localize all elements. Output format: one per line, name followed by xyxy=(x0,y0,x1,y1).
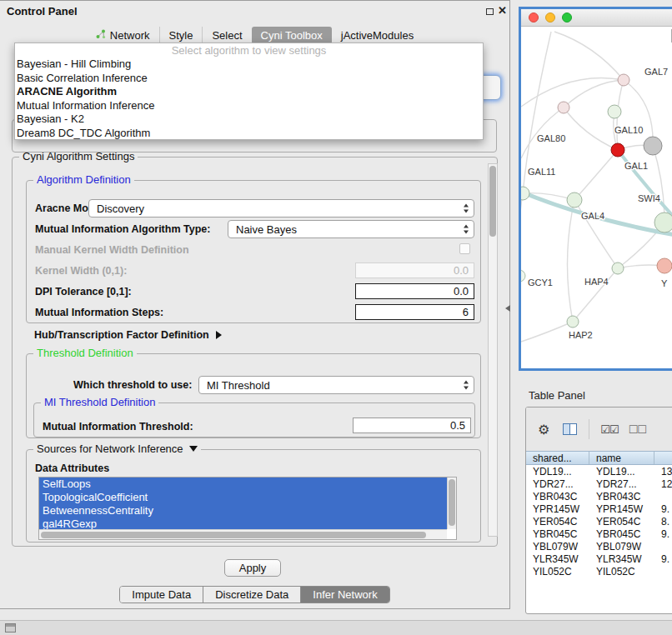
table-cell: YIL052C xyxy=(526,565,589,578)
network-edge[interactable] xyxy=(653,146,664,222)
which-threshold-combo[interactable]: MI Threshold xyxy=(198,376,474,394)
minimize-window-icon[interactable] xyxy=(545,12,555,22)
network-node-label: GAL1 xyxy=(624,161,648,171)
tab-style[interactable]: Style xyxy=(159,27,203,44)
show-columns-icon[interactable] xyxy=(563,423,577,435)
network-node[interactable] xyxy=(644,137,662,155)
attribute-item-topologicalcoefficient[interactable]: TopologicalCoefficient xyxy=(39,491,447,504)
tab-cyni-toolbox[interactable]: Cyni Toolbox xyxy=(252,27,332,44)
list-horizontal-scrollbar[interactable] xyxy=(39,529,447,539)
network-node[interactable] xyxy=(567,316,579,328)
network-window-titlebar[interactable] xyxy=(521,9,672,27)
list-vertical-scrollbar[interactable] xyxy=(447,478,456,529)
table-cell: YDR27... xyxy=(589,478,654,490)
mi-steps-field[interactable]: 6 xyxy=(355,304,474,320)
tab-label: Cyni Toolbox xyxy=(261,29,323,42)
network-node-label: Y xyxy=(661,278,668,288)
apply-button[interactable]: Apply xyxy=(224,559,281,577)
mi-threshold-field[interactable]: 0.5 xyxy=(353,418,471,433)
mi-type-combo[interactable]: Naive Bayes xyxy=(228,220,474,238)
algorithm-option-bayesian-k2[interactable]: Bayesian - K2 xyxy=(15,112,483,127)
dropdown-prompt: Select algorithm to view settings xyxy=(15,43,483,58)
algorithm-option-bayesian-hill-climbing[interactable]: Bayesian - Hill Climbing xyxy=(15,58,483,72)
tab-select[interactable]: Select xyxy=(202,27,251,44)
table-cell: YPR145W xyxy=(589,502,654,515)
close-window-icon[interactable] xyxy=(529,12,539,22)
toolbar-divider xyxy=(589,419,589,439)
column-header-1[interactable]: shared... xyxy=(526,452,589,464)
table-row[interactable]: YIL052CYIL052C xyxy=(526,565,672,578)
splitter-collapse-arrow[interactable] xyxy=(505,305,510,312)
network-node[interactable] xyxy=(521,270,525,282)
tab-jactivemodules[interactable]: jActiveModules xyxy=(332,27,423,44)
scroll-thumb[interactable] xyxy=(449,479,455,526)
tab-label: Network xyxy=(110,29,150,42)
scroll-thumb[interactable] xyxy=(489,166,496,237)
network-edge[interactable] xyxy=(624,80,653,146)
aracne-mode-value: Discovery xyxy=(97,202,144,215)
network-node[interactable] xyxy=(612,262,624,274)
gear-icon[interactable]: ⚙ xyxy=(538,422,549,438)
data-attributes-list: SelfLoopsTopologicalCoefficientBetweenne… xyxy=(39,478,447,529)
control-panel: Control Panel ✕ NetworkStyleSelectCyni T… xyxy=(0,0,510,609)
bottom-tab-infer-network[interactable]: Infer Network xyxy=(300,587,389,602)
algorithm-option-mutual-information-inference[interactable]: Mutual Information Inference xyxy=(15,99,483,113)
sources-group-title[interactable]: Sources for Network Inference xyxy=(33,442,201,455)
network-node[interactable] xyxy=(657,258,672,273)
scroll-thumb[interactable] xyxy=(41,532,426,538)
mi-type-label: Mutual Information Algorithm Type: xyxy=(35,223,210,235)
network-edge[interactable] xyxy=(567,200,574,322)
kernel-width-field[interactable]: 0.0 xyxy=(355,262,474,278)
manual-kernel-checkbox[interactable] xyxy=(459,243,470,254)
network-edge[interactable] xyxy=(521,322,573,342)
algorithm-option-dream8-dc-tdc-algorithm[interactable]: Dream8 DC_TDC Algorithm xyxy=(15,127,483,141)
node-table: ⚙ ☑☑ ☐☐ shared...name YDL19...YDL19...13… xyxy=(525,407,672,614)
minimized-panel-icon[interactable] xyxy=(5,623,16,632)
algorithm-option-basic-correlation-inference[interactable]: Basic Correlation Inference xyxy=(15,72,483,86)
bottom-tab-discretize-data[interactable]: Discretize Data xyxy=(203,587,300,602)
table-cell xyxy=(654,490,672,502)
bottom-tab-bar: Impute DataDiscretize DataInfer Network xyxy=(0,586,509,603)
zoom-window-icon[interactable] xyxy=(562,12,572,22)
aracne-mode-combo[interactable]: Discovery xyxy=(88,199,474,218)
sources-group: Sources for Network Inference Data Attri… xyxy=(26,449,481,542)
table-row[interactable]: YBL079WYBL079W xyxy=(526,540,672,552)
float-window-icon[interactable] xyxy=(486,8,494,15)
table-row[interactable]: YDL19...YDL19...13 xyxy=(526,465,672,478)
attribute-item-betweennesscentrality[interactable]: BetweennessCentrality xyxy=(39,504,447,518)
network-canvas[interactable]: GAL7GAL80GAL10GAL11GAL1SWI4GAL4GCY1HAP4H… xyxy=(521,27,672,368)
network-node[interactable] xyxy=(611,143,624,157)
algorithm-option-aracne-algorithm[interactable]: ARACNE Algorithm xyxy=(15,85,483,99)
select-all-columns-icon[interactable]: ☑☑ xyxy=(600,423,618,436)
table-row[interactable]: YLR345WYLR345W9. xyxy=(526,552,672,565)
table-row[interactable]: YDR27...YDR27...12 xyxy=(526,478,672,490)
bottom-tab-impute-data[interactable]: Impute Data xyxy=(120,587,203,602)
unselect-all-columns-icon[interactable]: ☐☐ xyxy=(629,423,646,436)
network-node[interactable] xyxy=(618,74,629,86)
cyni-algorithm-settings-group: Cyni Algorithm Settings Algorithm Defini… xyxy=(12,157,498,547)
table-row[interactable]: YER054CYER054C8. xyxy=(526,515,672,528)
network-node[interactable] xyxy=(654,212,672,232)
dpi-tolerance-field[interactable]: 0.0 xyxy=(355,283,474,299)
network-node[interactable] xyxy=(608,105,621,118)
network-node[interactable] xyxy=(567,192,582,208)
table-row[interactable]: YBR045CYBR045C9. xyxy=(526,528,672,540)
network-node[interactable] xyxy=(521,187,529,200)
network-edge[interactable] xyxy=(574,150,618,200)
column-header-3[interactable] xyxy=(654,452,672,464)
close-panel-icon[interactable]: ✕ xyxy=(498,4,507,17)
settings-scrollbar[interactable] xyxy=(488,163,498,537)
tab-network[interactable]: Network xyxy=(87,27,159,44)
table-row[interactable]: YPR145WYPR145W9. xyxy=(526,502,672,515)
network-node[interactable] xyxy=(558,102,569,113)
table-body: YDL19...YDL19...13YDR27...YDR27...12YBR0… xyxy=(526,465,672,613)
table-row[interactable]: YBR043CYBR043C xyxy=(526,490,672,502)
attribute-item-selfloops[interactable]: SelfLoops xyxy=(39,478,447,491)
network-node-label: GAL11 xyxy=(528,167,555,177)
network-edge[interactable] xyxy=(521,193,523,276)
network-edge[interactable] xyxy=(554,32,624,80)
network-edge[interactable] xyxy=(564,80,624,108)
column-header-2[interactable]: name xyxy=(589,452,654,464)
hub-transcription-section-toggle[interactable]: Hub/Transcription Factor Definition xyxy=(34,329,222,341)
algorithm-dropdown-popup: Select algorithm to view settings Bayesi… xyxy=(14,42,484,140)
